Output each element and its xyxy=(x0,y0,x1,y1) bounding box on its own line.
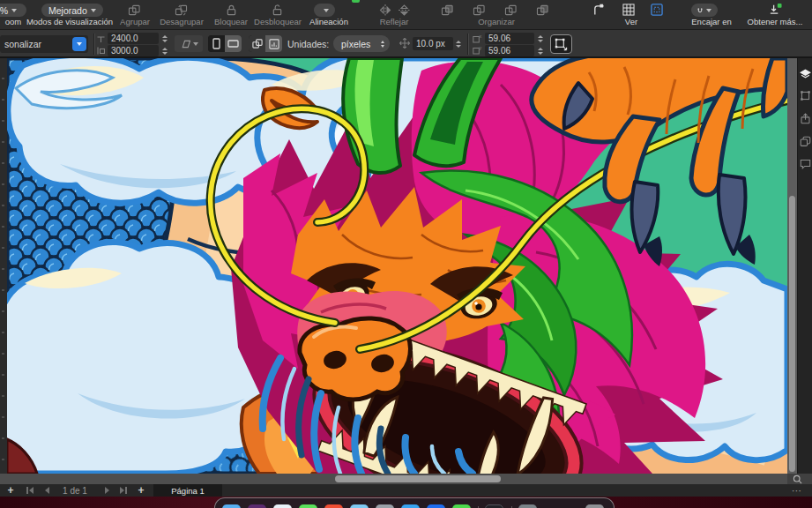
doc-height-stepper[interactable] xyxy=(160,45,168,56)
unlock-icon[interactable] xyxy=(272,4,283,16)
move-by-stepper[interactable] xyxy=(454,37,462,50)
horizontal-scrollbar[interactable] xyxy=(0,474,812,484)
main-toolbar: 0% oom Mejorado Modos de visualización A… xyxy=(0,0,812,30)
orientation-toggle[interactable] xyxy=(208,35,242,52)
horizontal-scrollbar-thumb[interactable] xyxy=(335,475,501,482)
shear-dropdown[interactable] xyxy=(175,35,203,52)
export-icon[interactable] xyxy=(800,113,811,124)
move-forward-icon[interactable] xyxy=(473,4,486,16)
dock-app-icon[interactable] xyxy=(350,504,369,508)
snapshots-icon[interactable] xyxy=(800,136,811,147)
svg-text:y: y xyxy=(480,46,482,50)
align-label: Alineación xyxy=(300,17,358,26)
dock-app-icon[interactable] xyxy=(401,504,420,508)
dpi-x-stepper[interactable] xyxy=(536,33,544,44)
transform-mode-button[interactable] xyxy=(550,34,572,54)
get-more-icon[interactable] xyxy=(769,3,782,16)
macos-dock[interactable] xyxy=(214,497,615,508)
vertical-scrollbar-thumb[interactable] xyxy=(789,196,795,472)
portrait-icon[interactable] xyxy=(208,35,225,52)
add-page-button[interactable]: + xyxy=(4,484,18,497)
flip-horizontal-icon[interactable] xyxy=(379,4,391,16)
dock-folder-icon[interactable] xyxy=(518,504,537,508)
flip-vertical-icon[interactable] xyxy=(399,4,410,16)
layers-icon[interactable] xyxy=(800,69,811,80)
dock-app-icon[interactable] xyxy=(452,504,471,508)
preset-value: sonalizar xyxy=(4,39,41,49)
anchor-objects-icon[interactable] xyxy=(249,35,265,52)
page-tab[interactable]: Página 1 xyxy=(153,484,222,497)
artwork-dragon xyxy=(7,58,787,474)
document-preset-combo[interactable]: sonalizar xyxy=(0,35,88,53)
group-icon[interactable] xyxy=(128,4,141,16)
corner-tool-icon[interactable] xyxy=(592,4,605,16)
dock-app-icon[interactable] xyxy=(485,504,503,508)
dock-app-safari-icon[interactable] xyxy=(273,504,292,508)
doc-width-stepper[interactable] xyxy=(160,33,168,44)
svg-text:x: x xyxy=(480,34,482,39)
move-by-field[interactable]: 10.0 px xyxy=(413,37,453,50)
last-page-button[interactable] xyxy=(116,484,130,497)
flip-label: Reflejar xyxy=(369,17,420,26)
landscape-icon[interactable] xyxy=(225,35,242,52)
doc-height-field[interactable]: 3000.0 xyxy=(108,45,159,56)
pages-bar: + 1 de 1 + Página 1 ⋯ xyxy=(0,484,812,497)
transform-panel-icon[interactable] xyxy=(800,90,811,101)
dock-app-icon[interactable] xyxy=(299,504,317,508)
ungroup-icon[interactable] xyxy=(175,4,188,16)
move-by-icon xyxy=(399,37,411,49)
right-rail xyxy=(797,58,812,474)
comment-icon[interactable] xyxy=(800,159,811,170)
doc-height-icon xyxy=(97,47,105,55)
arrange-label: Organizar xyxy=(466,17,527,26)
dpi-y-icon: y xyxy=(473,46,482,55)
doc-width-field[interactable]: 2400.0 xyxy=(108,33,159,44)
first-page-button[interactable] xyxy=(23,484,37,497)
workspace xyxy=(0,58,812,474)
dock-app-launchpad-icon[interactable] xyxy=(376,504,394,508)
align-dropdown[interactable] xyxy=(314,4,335,17)
grid-icon[interactable] xyxy=(622,4,635,16)
rescale-toggle[interactable] xyxy=(249,35,282,52)
next-page-button[interactable] xyxy=(101,484,113,497)
snap-dropdown[interactable] xyxy=(691,4,718,17)
app-window: 0% oom Mejorado Modos de visualización A… xyxy=(0,0,812,508)
overflow-menu[interactable]: ⋯ xyxy=(792,484,802,497)
snap-label: Encajar en xyxy=(681,17,742,26)
context-toolbar: sonalizar 2400.0 3000.0 xyxy=(0,30,812,58)
dpi-y-field[interactable]: 59.06 xyxy=(485,45,534,56)
margins-icon[interactable] xyxy=(651,4,663,16)
move-to-front-icon[interactable] xyxy=(441,4,454,16)
document-canvas[interactable] xyxy=(7,58,787,474)
units-label: Unidades: xyxy=(287,39,329,49)
dpi-y-stepper[interactable] xyxy=(536,45,544,56)
move-backward-icon[interactable] xyxy=(504,4,518,16)
dock-trash-icon[interactable] xyxy=(585,504,604,508)
left-window-edge xyxy=(0,58,7,474)
zoom-dropdown[interactable]: 0% xyxy=(0,4,26,17)
dock-app-finder-icon[interactable] xyxy=(222,504,241,508)
page-indicator: 1 de 1 xyxy=(55,484,95,497)
units-dropdown[interactable]: píxeles xyxy=(333,35,390,52)
view-label: Ver xyxy=(617,17,645,26)
rescale-objects-icon[interactable] xyxy=(265,35,282,52)
preset-chevron-button[interactable] xyxy=(72,37,86,51)
get-more-label: Obtener más... xyxy=(737,17,812,26)
prev-page-button[interactable] xyxy=(41,484,53,497)
nose xyxy=(300,318,411,400)
vertical-scrollbar[interactable] xyxy=(787,58,797,474)
dpi-x-field[interactable]: 59.06 xyxy=(485,33,534,44)
unlock-label: Desbloquear xyxy=(249,17,307,26)
zoom-corner-button[interactable] xyxy=(787,474,812,484)
dpi-x-icon: x xyxy=(473,34,482,43)
view-mode-dropdown[interactable]: Mejorado xyxy=(41,4,103,17)
active-tool-notch xyxy=(352,0,360,3)
add-page-button-2[interactable]: + xyxy=(134,484,148,497)
dock-app-icon[interactable] xyxy=(427,504,445,508)
dock-app-icon[interactable] xyxy=(248,504,266,508)
doc-width-icon xyxy=(97,36,105,43)
dock-app-icon[interactable] xyxy=(324,504,343,508)
zoom-value: 0% xyxy=(0,5,8,16)
move-to-back-icon[interactable] xyxy=(536,4,549,16)
lock-icon[interactable] xyxy=(226,4,237,16)
